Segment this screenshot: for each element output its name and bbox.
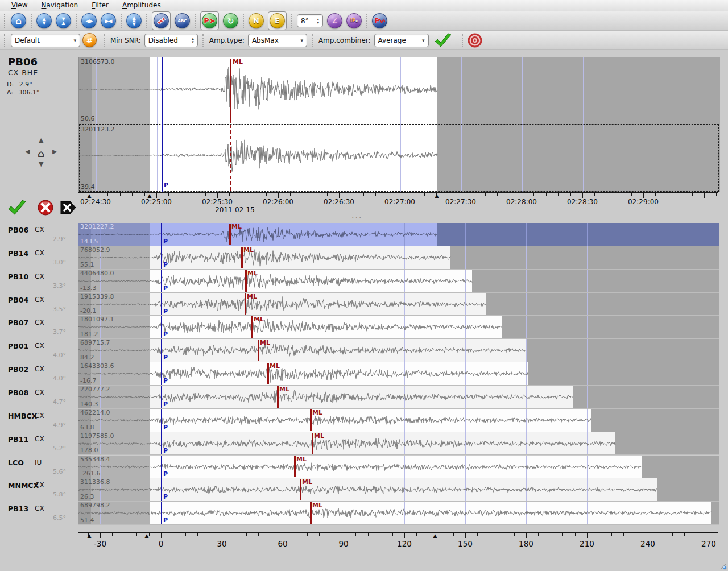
ml-marker-line[interactable] [230, 59, 231, 123]
ml-marker-line[interactable] [245, 293, 246, 315]
p-marker-line[interactable] [161, 432, 162, 455]
station-trace-cell[interactable]: PML462214.063.8 [78, 409, 719, 432]
p-marker-line[interactable] [161, 362, 162, 385]
station-label-cell[interactable]: PB01CX4.0° [0, 339, 78, 362]
repick-button[interactable]: ↻ [223, 13, 238, 28]
station-label-cell[interactable]: PB11CX5.2° [0, 432, 78, 456]
station-row-pb01[interactable]: PB01CX4.0°PML689715.784.2 [0, 339, 728, 362]
station-trace-cell[interactable]: PML220777.2140.3 [78, 386, 719, 409]
nav-right-button[interactable]: ▶ [52, 148, 57, 155]
collapse-vertical-button[interactable]: ▼▲ [56, 13, 71, 28]
reject-pick-icon[interactable] [38, 200, 53, 216]
axis-position-triangle[interactable]: ▲ [148, 193, 152, 198]
station-row-pb08[interactable]: PB08CX4.7°PML220777.2140.3 [0, 386, 728, 409]
menu-filter[interactable]: Filter [86, 1, 114, 10]
amp-combiner-combobox[interactable]: Average ▾ [374, 34, 429, 47]
station-row-pb02[interactable]: PB02CX4.0°PML1643303.6-16.7 [0, 362, 728, 386]
ml-marker-line[interactable] [267, 363, 269, 384]
expand-horizontal-button[interactable]: ◀▶ [81, 13, 97, 28]
p-marker-line[interactable] [161, 456, 162, 478]
home-button[interactable]: ⌂ [11, 13, 26, 28]
station-label-cell[interactable]: MNMCXCX5.8° [0, 478, 78, 502]
ml-marker-line[interactable] [258, 340, 259, 361]
ml-marker-line-projected[interactable] [230, 125, 231, 191]
station-label-cell[interactable]: PB06CX2.9° [0, 223, 78, 246]
station-label-cell[interactable]: PB07CX3.7° [0, 316, 78, 339]
annotation-abc-button[interactable]: ABC [175, 13, 190, 28]
nav-up-button[interactable]: ▲ [39, 136, 43, 144]
ml-marker-line[interactable] [294, 456, 296, 478]
spin-arrows-icon[interactable]: ▴▾ [317, 18, 319, 24]
station-label-cell[interactable]: PB13CX6.5° [0, 502, 78, 525]
station-trace-cell[interactable]: PML1643303.6-16.7 [78, 362, 719, 386]
axis-position-triangle[interactable]: ▲ [88, 193, 92, 198]
expand-vertical-button[interactable]: ▲▼ [36, 13, 52, 28]
p-marker-line[interactable] [161, 246, 162, 269]
p-marker-line[interactable] [161, 409, 162, 432]
station-trace-cell[interactable]: PML1197585.0178.0 [78, 432, 719, 456]
commit-check-icon[interactable] [433, 33, 453, 48]
toolbar-handle[interactable] [4, 14, 7, 28]
toolbar-handle-2[interactable] [4, 34, 7, 47]
station-trace-cell[interactable]: PML689798.251.4 [78, 502, 719, 525]
collapse-horizontal-button[interactable]: ▶◀ [101, 13, 116, 28]
menu-navigation[interactable]: Navigation [35, 1, 84, 10]
pick-pv-button[interactable]: P [372, 13, 387, 28]
component-e-button[interactable]: E [270, 13, 285, 28]
station-label-cell[interactable]: PB10CX3.3° [0, 270, 78, 293]
ml-marker-line[interactable] [312, 433, 313, 454]
station-label-cell[interactable]: PB04CX3.5° [0, 293, 78, 316]
p-marker-line[interactable] [161, 502, 162, 524]
station-trace-cell[interactable]: PML1801097.1181.2 [78, 316, 719, 339]
profile-combobox[interactable]: Default ▾ [11, 34, 80, 47]
station-trace-cell[interactable]: PML535348.4-261.6 [78, 456, 719, 479]
station-trace-cell[interactable]: PML768052.955.1 [78, 246, 719, 270]
ml-marker-line[interactable] [229, 224, 231, 245]
station-label-cell[interactable]: LCOIU5.6° [0, 456, 78, 479]
axis-position-triangle[interactable]: ▲ [435, 193, 439, 198]
station-row-pb04[interactable]: PB04CX3.5°PML1915339.8-20.1 [0, 293, 728, 316]
station-row-pb13[interactable]: PB13CX6.5°PML689798.251.4 [0, 502, 728, 525]
station-row-mnmcx[interactable]: MNMCXCX5.8°PML311336.826.3 [0, 478, 728, 502]
min-snr-spinbox[interactable]: Disabled ▴▾ [144, 34, 198, 47]
ml-marker-line[interactable] [241, 247, 243, 268]
amp-type-combobox[interactable]: AbsMax ▾ [248, 34, 307, 47]
p-marker-line[interactable] [161, 293, 162, 316]
nav-home-button[interactable]: ⌂ [38, 148, 44, 159]
zoom-trace-panel[interactable]: PML3106573.050.63201123.239.4 [78, 57, 719, 192]
nav-left-button[interactable]: ◀ [25, 148, 30, 155]
hash-button[interactable]: # [82, 33, 97, 47]
station-trace-cell[interactable]: PML3201227.2143.5 [78, 223, 719, 246]
measure-ruler-button[interactable] [154, 13, 169, 28]
p-marker-line[interactable] [161, 478, 162, 501]
spin-arrows-icon[interactable]: ▴▾ [192, 37, 194, 44]
p-marker-line[interactable] [161, 339, 162, 362]
ml-marker-line[interactable] [245, 270, 247, 292]
menu-view[interactable]: View [6, 1, 33, 10]
station-row-pb10[interactable]: PB10CX3.3°PML4406480.0-13.3 [0, 270, 728, 293]
nav-down-button[interactable]: ▼ [39, 160, 43, 168]
station-label-cell[interactable]: PB02CX4.0° [0, 362, 78, 386]
station-row-pb07[interactable]: PB07CX3.7°PML1801097.1181.2 [0, 316, 728, 339]
station-label-cell[interactable]: PB08CX4.7° [0, 386, 78, 409]
station-row-pb14[interactable]: PB14CX3.0°PML768052.955.1 [0, 246, 728, 270]
p-marker-line[interactable] [161, 270, 162, 292]
p-marker-line[interactable] [161, 386, 162, 408]
station-row-pb06[interactable]: PB06CX2.9°PML3201227.2143.5 [0, 223, 728, 246]
theoretical-arrivals-button[interactable]: ∠ [327, 13, 342, 28]
station-row-hmbcx[interactable]: HMBCXCX4.9°PML462214.063.8 [0, 409, 728, 432]
normalize-amplitudes-button[interactable]: ▲▬▼ [126, 13, 142, 28]
selected-trace-rect[interactable] [79, 124, 719, 192]
accept-pick-icon[interactable] [7, 199, 27, 216]
ml-marker-line[interactable] [300, 479, 301, 500]
axis-position-triangle[interactable]: ▲ [88, 533, 92, 539]
station-row-pb11[interactable]: PB11CX5.2°PML1197585.0178.0 [0, 432, 728, 456]
station-trace-cell[interactable]: PML311336.826.3 [78, 478, 719, 502]
ml-marker-line[interactable] [277, 386, 279, 408]
p-marker-line[interactable] [161, 223, 162, 246]
ml-marker-line[interactable] [310, 409, 312, 431]
ml-marker-line[interactable] [310, 502, 312, 524]
window-resize-grip[interactable] [718, 561, 727, 570]
angle-spinbox[interactable]: 8°▴▾ [297, 14, 323, 27]
component-n-button[interactable]: N [249, 13, 264, 28]
